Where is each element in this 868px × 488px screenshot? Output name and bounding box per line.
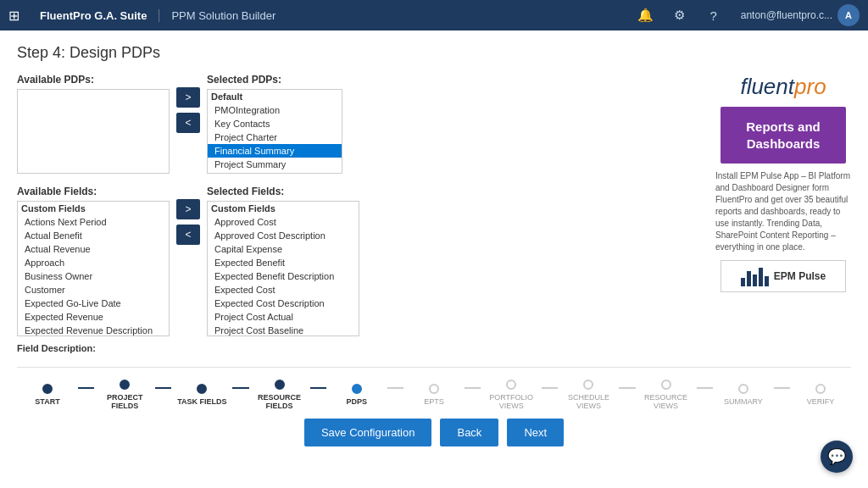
wizard-step-portfolio-views[interactable]: PORTFOLIO VIEWS bbox=[481, 380, 542, 410]
available-field-item[interactable]: Actual Revenue bbox=[18, 242, 169, 256]
pdp-list-item[interactable]: Status Summary bbox=[208, 171, 342, 174]
wizard-step-label: VERIFY bbox=[790, 397, 851, 406]
selected-field-item[interactable]: Project Cost Baseline bbox=[208, 324, 359, 336]
available-field-item[interactable]: Expected Revenue Description bbox=[18, 324, 169, 336]
epm-label: EPM Pulse bbox=[774, 270, 826, 282]
wizard-step-label: START bbox=[17, 397, 78, 406]
available-pdps-list[interactable] bbox=[17, 89, 170, 174]
wizard-step-label: PROJECT FIELDS bbox=[94, 393, 155, 410]
pdp-list-item[interactable]: Key Contacts bbox=[208, 117, 342, 130]
wizard-dot bbox=[120, 380, 130, 390]
selected-field-item[interactable]: Expected Cost Description bbox=[208, 297, 359, 310]
selected-field-item[interactable]: Project Cost Actual bbox=[208, 310, 359, 324]
wizard-step-label: EPTS bbox=[403, 397, 465, 406]
available-field-item[interactable]: Actual Benefit bbox=[18, 229, 169, 242]
settings-icon[interactable]: ⚙ bbox=[665, 0, 695, 30]
available-fields-list[interactable]: Custom FieldsActions Next PeriodActual B… bbox=[17, 201, 170, 336]
pulse-bar-2 bbox=[747, 271, 751, 286]
selected-fields-col: Selected Fields: Custom FieldsApproved C… bbox=[207, 186, 359, 336]
field-desc-label: Field Description: bbox=[17, 343, 96, 353]
pulse-bar-4 bbox=[759, 268, 763, 286]
pulse-bar-3 bbox=[753, 274, 757, 286]
page-title: Step 4: Design PDPs bbox=[17, 44, 851, 62]
wizard-dot bbox=[275, 380, 285, 390]
wizard-dot bbox=[197, 384, 207, 394]
wizard-dot bbox=[42, 384, 53, 394]
help-icon[interactable]: ? bbox=[698, 0, 729, 30]
wizard-step-resource-fields[interactable]: RESOURCE FIELDS bbox=[249, 380, 310, 410]
pdp-list-item[interactable]: Project Charter bbox=[208, 130, 342, 144]
wizard-dot bbox=[815, 384, 826, 394]
wizard-dot bbox=[429, 384, 439, 394]
wizard-line bbox=[619, 387, 635, 389]
selected-pdps-list[interactable]: DefaultPMOIntegrationKey ContactsProject… bbox=[207, 89, 342, 174]
module-label: PPM Solution Builder bbox=[159, 9, 287, 22]
right-section: fluentpro Reports and Dashboards Install… bbox=[715, 74, 851, 353]
notification-icon[interactable]: 🔔 bbox=[631, 0, 661, 30]
selected-field-item[interactable]: Capital Expense bbox=[208, 242, 359, 256]
pdp-list-item[interactable]: PMOIntegration bbox=[208, 103, 342, 117]
wizard-steps: STARTPROJECT FIELDSTASK FIELDSRESOURCE F… bbox=[17, 380, 851, 410]
available-field-item[interactable]: Business Owner bbox=[18, 269, 169, 283]
available-field-item[interactable]: Expected Revenue bbox=[18, 310, 169, 324]
top-navigation: ⊞ FluentPro G.A. Suite PPM Solution Buil… bbox=[0, 0, 868, 30]
selected-field-item[interactable]: Expected Benefit Description bbox=[208, 269, 359, 283]
pdp-remove-button[interactable]: < bbox=[176, 113, 200, 133]
selected-field-item[interactable]: Expected Cost bbox=[208, 283, 359, 297]
selected-fields-label: Selected Fields: bbox=[207, 186, 359, 197]
wizard-line bbox=[78, 387, 94, 389]
wizard-step-epts[interactable]: EPTS bbox=[403, 384, 465, 406]
selected-fields-list[interactable]: Custom FieldsApproved CostApproved Cost … bbox=[207, 201, 359, 336]
pulse-bars-icon bbox=[741, 266, 769, 286]
fluentpro-logo: fluentpro bbox=[740, 74, 826, 100]
wizard-dot bbox=[738, 384, 748, 394]
promo-banner: Reports and Dashboards bbox=[721, 107, 846, 164]
available-pdps-col: Available PDPs: bbox=[17, 74, 170, 174]
back-button[interactable]: Back bbox=[440, 419, 498, 446]
available-pdps-label: Available PDPs: bbox=[17, 74, 170, 86]
selected-field-item[interactable]: Expected Benefit bbox=[208, 256, 359, 269]
next-button[interactable]: Next bbox=[507, 419, 564, 446]
available-field-item[interactable]: Expected Go-Live Date bbox=[18, 297, 169, 310]
wizard-step-start[interactable]: START bbox=[17, 384, 78, 406]
fields-remove-button[interactable]: < bbox=[176, 225, 200, 245]
grid-icon[interactable]: ⊞ bbox=[0, 8, 28, 24]
available-field-item[interactable]: Customer bbox=[18, 283, 169, 297]
selected-pdps-col: Selected PDPs: DefaultPMOIntegrationKey … bbox=[207, 74, 342, 174]
wizard-line bbox=[310, 387, 326, 389]
wizard-line bbox=[387, 387, 403, 389]
wizard-step-label: RESOURCE VIEWS bbox=[636, 393, 697, 410]
selected-pdps-label: Selected PDPs: bbox=[207, 74, 342, 86]
available-field-item[interactable]: Approach bbox=[18, 256, 169, 269]
wizard-line bbox=[697, 387, 713, 389]
promo-description: Install EPM Pulse App – BI Platform and … bbox=[715, 170, 851, 253]
epm-pulse-logo[interactable]: EPM Pulse bbox=[721, 260, 846, 292]
pulse-bar-1 bbox=[741, 278, 745, 286]
wizard-dot bbox=[661, 380, 671, 390]
selected-field-item[interactable]: Approved Cost bbox=[208, 215, 359, 229]
selected-field-item[interactable]: Approved Cost Description bbox=[208, 229, 359, 242]
user-avatar[interactable]: anton@fluentpro.c... A bbox=[732, 0, 868, 30]
wizard-step-pdps[interactable]: PDPS bbox=[326, 384, 387, 406]
fields-transfer-buttons: > < bbox=[176, 199, 200, 245]
wizard-line bbox=[155, 387, 171, 389]
wizard-step-resource-views[interactable]: RESOURCE VIEWS bbox=[636, 380, 697, 410]
wizard-step-summary[interactable]: SUMMARY bbox=[713, 384, 774, 406]
chat-bubble[interactable]: 💬 bbox=[821, 441, 853, 473]
pdp-add-button[interactable]: > bbox=[176, 87, 200, 108]
wizard-section: STARTPROJECT FIELDSTASK FIELDSRESOURCE F… bbox=[17, 367, 851, 410]
pdp-list-item[interactable]: Project Summary bbox=[208, 158, 342, 171]
wizard-line bbox=[232, 387, 248, 389]
wizard-step-verify[interactable]: VERIFY bbox=[790, 384, 851, 406]
wizard-line bbox=[465, 387, 481, 389]
wizard-step-project-fields[interactable]: PROJECT FIELDS bbox=[94, 380, 155, 410]
wizard-step-task-fields[interactable]: TASK FIELDS bbox=[171, 384, 232, 406]
fields-add-button[interactable]: > bbox=[176, 199, 200, 219]
topnav-icons: 🔔 ⚙ ? anton@fluentpro.c... A bbox=[631, 0, 868, 30]
wizard-step-schedule-views[interactable]: SCHEDULE VIEWS bbox=[558, 380, 619, 410]
save-configuration-button[interactable]: Save Configuration bbox=[304, 419, 432, 446]
bottom-buttons: Save Configuration Back Next bbox=[17, 419, 851, 446]
available-field-item[interactable]: Actions Next Period bbox=[18, 215, 169, 229]
wizard-line bbox=[774, 387, 790, 389]
pdp-list-item[interactable]: Financial Summary bbox=[208, 144, 342, 158]
